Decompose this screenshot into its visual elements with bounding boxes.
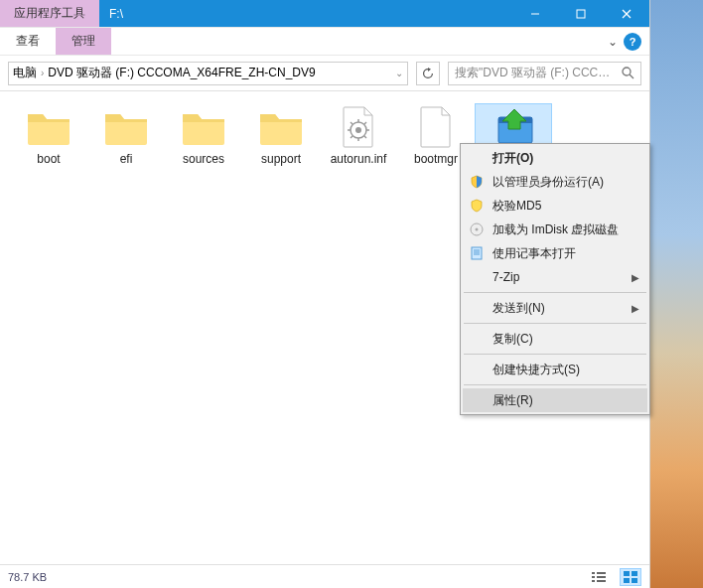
svg-rect-19 [597,572,606,574]
ribbon-tabs: 查看 管理 ⌄ ? [0,28,649,56]
ribbon-expand-icon[interactable]: ⌄ [608,35,618,49]
file-item-autorun.inf[interactable]: autorun.inf [320,103,397,183]
menu-label: 属性(R) [492,392,533,409]
notepad-icon [469,245,485,261]
svg-rect-24 [624,571,630,576]
refresh-button[interactable] [416,62,440,85]
shield-yellow-icon [469,198,485,214]
svg-point-4 [623,68,631,75]
menu-label: 发送到(N) [492,300,545,317]
svg-rect-1 [577,10,585,18]
menu-item[interactable]: 加载为 ImDisk 虚拟磁盘 [463,218,647,241]
menu-label: 7-Zip [492,270,519,284]
folder-icon [257,106,305,148]
address-bar: 电脑 › DVD 驱动器 (F:) CCCOMA_X64FRE_ZH-CN_DV… [0,56,649,91]
svg-rect-27 [632,578,637,583]
file-item-support[interactable]: support [242,103,320,183]
shield-icon [469,174,485,190]
menu-item[interactable]: 使用记事本打开 [463,241,647,265]
disc-icon [469,221,485,237]
menu-label: 以管理员身份运行(A) [492,174,604,191]
contextual-tab-header: 应用程序工具 [0,0,99,27]
file-label: bootmgr [414,152,458,166]
file-icon [412,106,460,148]
svg-line-5 [630,74,633,78]
status-size: 78.7 KB [8,571,47,583]
svg-rect-20 [592,576,595,578]
menu-separator [464,354,646,355]
menu-label: 使用记事本打开 [492,245,576,262]
svg-rect-26 [624,578,630,583]
dropdown-chevron-icon[interactable]: ⌄ [395,68,403,78]
menu-item[interactable]: 创建快捷方式(S) [463,358,647,381]
view-details-button[interactable] [588,568,610,586]
minimize-button[interactable] [512,0,558,27]
menu-item[interactable]: 校验MD5 [463,194,647,218]
folder-icon [180,106,227,148]
menu-separator [464,323,646,324]
folder-icon [102,106,150,148]
menu-label: 复制(C) [492,331,533,348]
file-label: support [261,152,301,166]
svg-rect-30 [472,247,482,259]
menu-item[interactable]: 复制(C) [463,327,647,351]
search-icon [622,67,634,79]
menu-item[interactable]: 以管理员身份运行(A) [463,170,647,194]
breadcrumb-drive[interactable]: DVD 驱动器 (F:) CCCOMA_X64FRE_ZH-CN_DV9 [48,65,315,81]
maximize-button[interactable] [558,0,604,27]
menu-label: 创建快捷方式(S) [492,362,580,378]
breadcrumb-root[interactable]: 电脑 [13,65,37,81]
svg-point-7 [355,127,361,133]
file-item-efi[interactable]: efi [87,103,165,183]
chevron-right-icon[interactable]: › [41,68,44,78]
menu-separator [464,384,646,385]
svg-rect-23 [597,580,606,582]
svg-rect-22 [592,580,595,582]
file-label: boot [37,152,60,166]
file-label: efi [120,152,133,166]
menu-separator [464,292,646,293]
search-input[interactable]: 搜索"DVD 驱动器 (F:) CCCO... [448,62,641,85]
window-title: F:\ [99,0,512,27]
file-label: sources [183,152,224,166]
folder-icon [25,106,72,148]
close-button[interactable] [604,0,649,27]
svg-rect-18 [592,572,595,574]
help-icon[interactable]: ? [624,33,641,51]
tab-manage[interactable]: 管理 [56,28,111,55]
file-item-sources[interactable]: sources [165,103,242,183]
menu-item[interactable]: 发送到(N)▶ [463,296,647,320]
exe-icon [490,106,537,148]
svg-rect-21 [597,576,606,578]
menu-item[interactable]: 7-Zip▶ [463,265,647,289]
svg-rect-25 [632,571,637,576]
tab-view[interactable]: 查看 [0,28,56,55]
file-label: autorun.inf [331,152,387,166]
search-placeholder: 搜索"DVD 驱动器 (F:) CCCO... [455,65,616,81]
status-bar: 78.7 KB [0,564,649,588]
window-controls [512,0,649,27]
context-menu: 打开(O)以管理员身份运行(A)校验MD5加载为 ImDisk 虚拟磁盘使用记事… [460,143,650,415]
titlebar: 应用程序工具 F:\ [0,0,649,28]
menu-label: 加载为 ImDisk 虚拟磁盘 [492,221,619,238]
file-item-boot[interactable]: boot [10,103,87,183]
desktop-background [650,0,703,588]
svg-point-29 [476,228,479,231]
menu-item[interactable]: 属性(R) [463,388,647,412]
menu-item[interactable]: 打开(O) [463,146,647,170]
menu-label: 打开(O) [492,150,533,167]
breadcrumb[interactable]: 电脑 › DVD 驱动器 (F:) CCCOMA_X64FRE_ZH-CN_DV… [8,62,408,85]
menu-label: 校验MD5 [492,198,541,215]
submenu-arrow-icon: ▶ [632,272,639,283]
view-icons-button[interactable] [620,568,641,586]
ini-icon [335,106,382,148]
submenu-arrow-icon: ▶ [632,303,639,314]
